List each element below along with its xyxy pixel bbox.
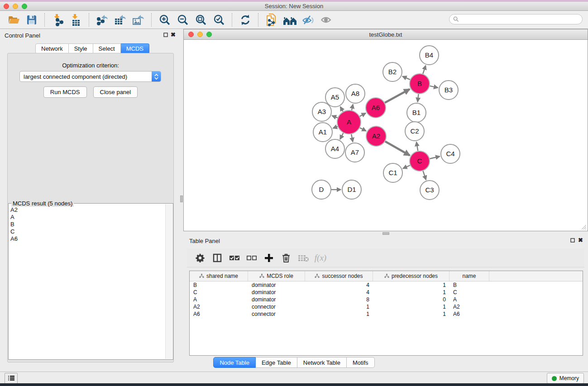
tab-motifs[interactable]: Motifs	[347, 357, 375, 368]
hide-selected-icon[interactable]	[300, 13, 316, 27]
table-row[interactable]: A2connector11A2	[190, 303, 583, 310]
table-row[interactable]: A6connector11A6	[190, 310, 583, 318]
edge-A6-B[interactable]	[385, 89, 410, 103]
table-row[interactable]: Adominator80A	[190, 296, 583, 303]
open-session-icon[interactable]	[6, 13, 21, 27]
import-table-icon[interactable]	[68, 13, 84, 27]
graph-node-D1[interactable]: D1	[342, 180, 361, 199]
table-row[interactable]: Cdominator41C	[190, 289, 583, 296]
edge-C-C2[interactable]	[416, 142, 418, 151]
graph-node-C1[interactable]: C1	[383, 163, 402, 182]
network-canvas[interactable]: B4B2BB3A8A5A6A3B1AC2A1A2A4A7C4CC1C3DD1	[184, 40, 588, 231]
first-neighbors-icon[interactable]	[282, 13, 297, 27]
control-panel-float-icon[interactable]	[163, 33, 168, 38]
graph-node-A2[interactable]: A2	[366, 126, 386, 146]
graph-node-A1[interactable]: A1	[313, 123, 332, 142]
graph-node-B[interactable]: B	[410, 74, 430, 94]
table-panel-float-icon[interactable]	[570, 238, 575, 243]
edge-B-B1[interactable]	[418, 94, 419, 102]
graph-node-B2[interactable]: B2	[383, 62, 402, 81]
mcds-result-item[interactable]: B	[10, 221, 18, 228]
mcds-result-item[interactable]: A	[10, 214, 18, 221]
graph-node-B3[interactable]: B3	[439, 81, 458, 100]
edge-A-A4[interactable]	[340, 133, 343, 139]
deselect-all-rows-icon[interactable]	[244, 251, 259, 265]
graph-node-A5[interactable]: A5	[325, 88, 344, 107]
graph-node-C3[interactable]: C3	[420, 181, 439, 200]
save-session-icon[interactable]	[24, 13, 39, 27]
table-panel-close-icon[interactable]: ✖	[578, 238, 583, 243]
criterion-dropdown[interactable]: largest connected component (directed)	[19, 71, 161, 82]
zoom-selected-icon[interactable]	[211, 13, 227, 27]
graph-node-A4[interactable]: A4	[325, 139, 344, 158]
column-header-predecessor-nodes[interactable]: predecessor nodes	[373, 271, 449, 281]
new-network-from-selection-icon[interactable]	[264, 13, 279, 27]
control-panel-close-icon[interactable]: ✖	[171, 32, 176, 38]
edge-A-A8[interactable]	[352, 104, 353, 110]
tab-edge-table[interactable]: Edge Table	[256, 357, 297, 368]
graph-node-C[interactable]: C	[410, 151, 430, 171]
run-mcds-button[interactable]: Run MCDS	[43, 86, 87, 98]
graph-node-A8[interactable]: A8	[346, 84, 365, 103]
select-columns-icon[interactable]	[210, 251, 225, 265]
table-settings-icon[interactable]	[192, 251, 208, 265]
delete-columns-icon[interactable]	[278, 251, 294, 265]
graph-node-C2[interactable]: C2	[405, 122, 424, 141]
graph-node-C4[interactable]: C4	[441, 144, 460, 163]
edge-A-A3[interactable]	[332, 116, 337, 118]
export-network-icon[interactable]	[95, 13, 110, 27]
search-input[interactable]	[459, 16, 574, 23]
edge-B-B3[interactable]	[430, 86, 438, 88]
graph-node-B1[interactable]: B1	[407, 103, 426, 122]
graph-node-A[interactable]: A	[337, 110, 361, 134]
apply-layout-icon[interactable]	[238, 13, 253, 27]
zoom-fit-icon[interactable]	[193, 13, 209, 27]
edge-A-A6[interactable]	[360, 113, 366, 116]
export-table-icon[interactable]	[113, 13, 128, 27]
tab-node-table[interactable]: Node Table	[213, 357, 256, 368]
memory-button[interactable]: Memory	[547, 373, 584, 384]
task-history-button[interactable]	[5, 373, 18, 384]
graph-node-D[interactable]: D	[312, 180, 331, 199]
resize-grip-icon[interactable]	[580, 224, 587, 230]
tab-style[interactable]: Style	[69, 43, 93, 54]
select-all-rows-icon[interactable]	[227, 251, 242, 265]
edge-A-A1[interactable]	[333, 127, 337, 129]
edge-B-B2[interactable]	[402, 76, 410, 80]
vertical-splitter-handle[interactable]	[180, 195, 183, 202]
table-row[interactable]: Bdominator41B	[190, 281, 583, 289]
column-header-successor-nodes[interactable]: successor nodes	[305, 271, 373, 281]
column-header-MCDS-role[interactable]: MCDS role	[248, 271, 305, 281]
tab-mcds[interactable]: MCDS	[121, 43, 149, 54]
edge-A-A7[interactable]	[351, 134, 353, 142]
mcds-result-item[interactable]: C	[10, 228, 18, 235]
tab-select[interactable]: Select	[93, 43, 121, 54]
search-field[interactable]	[449, 14, 583, 24]
zoom-out-icon[interactable]	[175, 13, 191, 27]
horizontal-splitter-handle[interactable]	[382, 232, 389, 235]
zoom-in-icon[interactable]	[157, 13, 172, 27]
import-network-icon[interactable]	[50, 13, 66, 27]
show-all-icon[interactable]	[318, 13, 334, 27]
column-header-name[interactable]: name	[449, 271, 489, 281]
mcds-result-item[interactable]: A2	[10, 206, 18, 214]
edge-A-A2[interactable]	[360, 128, 366, 131]
tab-network-table[interactable]: Network Table	[297, 357, 347, 368]
graph-node-B4[interactable]: B4	[420, 46, 439, 65]
column-header-shared-name[interactable]: shared name	[190, 271, 248, 281]
graph-node-A6[interactable]: A6	[366, 98, 386, 118]
edge-A2-C[interactable]	[385, 141, 410, 155]
close-panel-button[interactable]: Close panel	[93, 86, 138, 98]
edge-C-C3[interactable]	[423, 171, 426, 180]
edge-A-A5[interactable]	[340, 107, 343, 112]
edge-B-B4[interactable]	[423, 66, 425, 74]
graph-node-A3[interactable]: A3	[312, 102, 331, 121]
edge-C-C4[interactable]	[430, 156, 440, 158]
tab-network[interactable]: Network	[35, 43, 69, 54]
mcds-result-item[interactable]: A6	[10, 235, 18, 243]
create-column-icon[interactable]	[261, 251, 277, 265]
mcds-result-scrollbar[interactable]	[165, 204, 172, 359]
graph-node-A7[interactable]: A7	[345, 143, 364, 162]
export-image-icon[interactable]	[131, 13, 146, 27]
edge-C-C1[interactable]	[403, 165, 410, 168]
